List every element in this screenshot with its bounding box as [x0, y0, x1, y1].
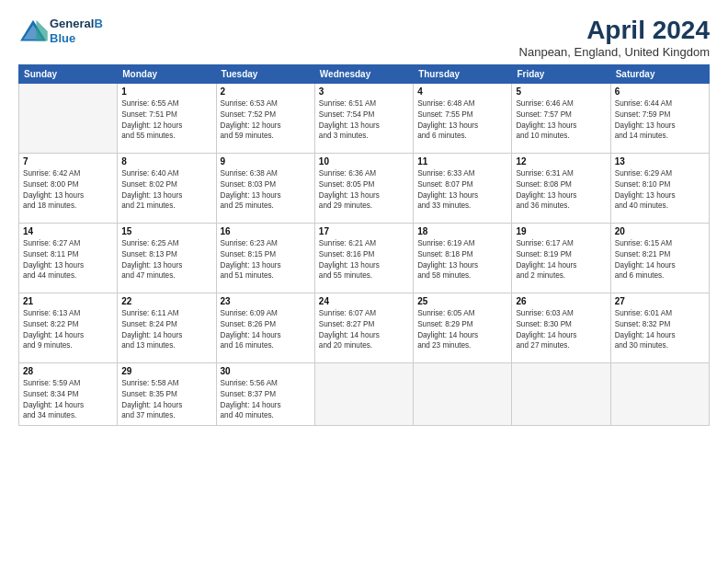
day-number: 9 — [221, 156, 311, 167]
day-info: Sunrise: 6:17 AMSunset: 8:19 PMDaylight:… — [516, 238, 606, 282]
svg-marker-2 — [37, 19, 48, 40]
day-number: 17 — [319, 226, 409, 236]
day-number: 14 — [23, 226, 113, 236]
day-number: 18 — [417, 226, 507, 236]
day-number: 27 — [615, 296, 705, 306]
day-number: 8 — [121, 156, 211, 167]
day-info: Sunrise: 6:07 AMSunset: 8:27 PMDaylight:… — [319, 308, 409, 352]
day-number: 10 — [319, 156, 409, 167]
table-row: 12Sunrise: 6:31 AMSunset: 8:08 PMDayligh… — [512, 153, 610, 223]
table-row: 2Sunrise: 6:53 AMSunset: 7:52 PMDaylight… — [216, 83, 314, 153]
table-row: 28Sunrise: 5:59 AMSunset: 8:34 PMDayligh… — [19, 362, 118, 425]
day-number: 3 — [319, 86, 409, 97]
table-row — [414, 362, 512, 425]
table-row: 5Sunrise: 6:46 AMSunset: 7:57 PMDaylight… — [512, 83, 610, 153]
day-info: Sunrise: 6:11 AMSunset: 8:24 PMDaylight:… — [121, 308, 211, 352]
table-row — [19, 83, 118, 153]
header-tuesday: Tuesday — [216, 64, 314, 83]
day-number: 28 — [23, 366, 113, 376]
day-info: Sunrise: 6:51 AMSunset: 7:54 PMDaylight:… — [319, 98, 409, 143]
day-number: 1 — [121, 86, 211, 97]
day-info: Sunrise: 6:13 AMSunset: 8:22 PMDaylight:… — [23, 308, 113, 352]
table-row — [314, 362, 413, 425]
day-number: 15 — [121, 226, 211, 236]
day-number: 25 — [417, 296, 507, 306]
table-row: 15Sunrise: 6:25 AMSunset: 8:13 PMDayligh… — [118, 223, 216, 293]
day-info: Sunrise: 5:56 AMSunset: 8:37 PMDaylight:… — [221, 378, 311, 422]
day-number: 13 — [615, 156, 705, 167]
table-row: 19Sunrise: 6:17 AMSunset: 8:19 PMDayligh… — [512, 223, 610, 293]
day-info: Sunrise: 6:19 AMSunset: 8:18 PMDaylight:… — [417, 238, 507, 282]
header-monday: Monday — [118, 64, 216, 83]
table-row: 21Sunrise: 6:13 AMSunset: 8:22 PMDayligh… — [19, 293, 118, 362]
day-number: 11 — [417, 156, 507, 167]
header: GeneralB Blue April 2024 Nanpean, Englan… — [18, 17, 710, 59]
month-title: April 2024 — [519, 17, 710, 45]
header-friday: Friday — [512, 64, 610, 83]
table-row: 10Sunrise: 6:36 AMSunset: 8:05 PMDayligh… — [314, 153, 413, 223]
day-number: 7 — [23, 156, 113, 167]
day-info: Sunrise: 6:03 AMSunset: 8:30 PMDaylight:… — [516, 308, 606, 352]
day-number: 6 — [615, 86, 705, 97]
table-row: 17Sunrise: 6:21 AMSunset: 8:16 PMDayligh… — [314, 223, 413, 293]
table-row: 25Sunrise: 6:05 AMSunset: 8:29 PMDayligh… — [414, 293, 512, 362]
day-info: Sunrise: 6:09 AMSunset: 8:26 PMDaylight:… — [221, 308, 311, 352]
calendar: Sunday Monday Tuesday Wednesday Thursday… — [18, 64, 710, 426]
day-number: 4 — [417, 86, 507, 97]
table-row: 27Sunrise: 6:01 AMSunset: 8:32 PMDayligh… — [610, 293, 709, 362]
table-row: 20Sunrise: 6:15 AMSunset: 8:21 PMDayligh… — [610, 223, 709, 293]
table-row: 11Sunrise: 6:33 AMSunset: 8:07 PMDayligh… — [414, 153, 512, 223]
day-info: Sunrise: 6:33 AMSunset: 8:07 PMDaylight:… — [417, 168, 507, 213]
day-number: 19 — [516, 226, 606, 236]
day-number: 26 — [516, 296, 606, 306]
table-row: 7Sunrise: 6:42 AMSunset: 8:00 PMDaylight… — [19, 153, 118, 223]
day-info: Sunrise: 6:48 AMSunset: 7:55 PMDaylight:… — [417, 98, 507, 143]
table-row: 30Sunrise: 5:56 AMSunset: 8:37 PMDayligh… — [216, 362, 314, 425]
table-row: 29Sunrise: 5:58 AMSunset: 8:35 PMDayligh… — [118, 362, 216, 425]
day-info: Sunrise: 6:40 AMSunset: 8:02 PMDaylight:… — [121, 168, 211, 213]
location: Nanpean, England, United Kingdom — [519, 45, 710, 59]
day-info: Sunrise: 6:21 AMSunset: 8:16 PMDaylight:… — [319, 238, 409, 282]
day-info: Sunrise: 6:05 AMSunset: 8:29 PMDaylight:… — [417, 308, 507, 352]
table-row: 23Sunrise: 6:09 AMSunset: 8:26 PMDayligh… — [216, 293, 314, 362]
day-info: Sunrise: 6:29 AMSunset: 8:10 PMDaylight:… — [615, 168, 705, 213]
table-row: 22Sunrise: 6:11 AMSunset: 8:24 PMDayligh… — [118, 293, 216, 362]
logo-text: GeneralB Blue — [50, 17, 103, 45]
table-row: 6Sunrise: 6:44 AMSunset: 7:59 PMDaylight… — [610, 83, 709, 153]
day-info: Sunrise: 6:42 AMSunset: 8:00 PMDaylight:… — [23, 168, 113, 213]
day-number: 12 — [516, 156, 606, 167]
day-number: 23 — [221, 296, 311, 306]
table-row: 24Sunrise: 6:07 AMSunset: 8:27 PMDayligh… — [314, 293, 413, 362]
table-row: 16Sunrise: 6:23 AMSunset: 8:15 PMDayligh… — [216, 223, 314, 293]
day-info: Sunrise: 6:55 AMSunset: 7:51 PMDaylight:… — [121, 98, 211, 143]
day-number: 24 — [319, 296, 409, 306]
title-block: April 2024 Nanpean, England, United King… — [519, 17, 710, 59]
day-number: 29 — [121, 366, 211, 376]
day-number: 16 — [221, 226, 311, 236]
table-row: 3Sunrise: 6:51 AMSunset: 7:54 PMDaylight… — [314, 83, 413, 153]
day-info: Sunrise: 6:53 AMSunset: 7:52 PMDaylight:… — [221, 98, 311, 143]
day-info: Sunrise: 6:23 AMSunset: 8:15 PMDaylight:… — [221, 238, 311, 282]
day-info: Sunrise: 5:59 AMSunset: 8:34 PMDaylight:… — [23, 378, 113, 422]
day-info: Sunrise: 6:27 AMSunset: 8:11 PMDaylight:… — [23, 238, 113, 282]
day-info: Sunrise: 6:25 AMSunset: 8:13 PMDaylight:… — [121, 238, 211, 282]
day-info: Sunrise: 6:31 AMSunset: 8:08 PMDaylight:… — [516, 168, 606, 213]
day-number: 2 — [221, 86, 311, 97]
table-row: 8Sunrise: 6:40 AMSunset: 8:02 PMDaylight… — [118, 153, 216, 223]
table-row: 18Sunrise: 6:19 AMSunset: 8:18 PMDayligh… — [414, 223, 512, 293]
table-row — [610, 362, 709, 425]
logo-line2: Blue — [50, 31, 103, 46]
header-wednesday: Wednesday — [314, 64, 413, 83]
day-number: 20 — [615, 226, 705, 236]
table-row: 26Sunrise: 6:03 AMSunset: 8:30 PMDayligh… — [512, 293, 610, 362]
table-row: 9Sunrise: 6:38 AMSunset: 8:03 PMDaylight… — [216, 153, 314, 223]
day-number: 5 — [516, 86, 606, 97]
header-saturday: Saturday — [610, 64, 709, 83]
day-info: Sunrise: 6:38 AMSunset: 8:03 PMDaylight:… — [221, 168, 311, 213]
logo-line1: GeneralB — [50, 17, 103, 31]
weekday-header-row: Sunday Monday Tuesday Wednesday Thursday… — [19, 64, 710, 83]
table-row: 13Sunrise: 6:29 AMSunset: 8:10 PMDayligh… — [610, 153, 709, 223]
table-row: 4Sunrise: 6:48 AMSunset: 7:55 PMDaylight… — [414, 83, 512, 153]
table-row: 1Sunrise: 6:55 AMSunset: 7:51 PMDaylight… — [118, 83, 216, 153]
day-info: Sunrise: 5:58 AMSunset: 8:35 PMDaylight:… — [121, 378, 211, 422]
